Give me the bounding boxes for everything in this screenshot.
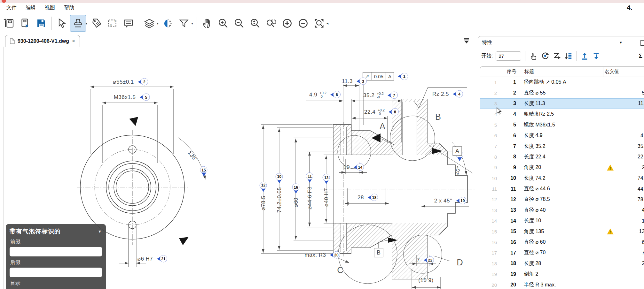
balloon-marker[interactable]: 19 bbox=[454, 197, 466, 204]
balloon-marker[interactable]: 7 bbox=[385, 92, 398, 99]
zoom-extents-button[interactable] bbox=[247, 15, 263, 32]
mirror-compare-icon bbox=[162, 18, 174, 29]
tag-button[interactable] bbox=[89, 15, 105, 32]
table-row[interactable]: 66长度 4.94.9 bbox=[480, 130, 644, 141]
new-document-button[interactable] bbox=[1, 15, 17, 32]
save-button[interactable] bbox=[33, 15, 49, 32]
table-row[interactable]: 1919倒角 22 bbox=[480, 269, 644, 279]
balloon-marker[interactable]: 14 bbox=[351, 164, 364, 171]
tab-close-button[interactable]: × bbox=[72, 38, 75, 44]
renumber-rotate-button[interactable] bbox=[541, 52, 549, 60]
table-row[interactable]: 44粗糙度Rz 2.5 bbox=[480, 109, 644, 119]
balloon-marker[interactable]: 12 bbox=[260, 182, 267, 194]
zoom-selection-icon bbox=[313, 18, 325, 29]
suffix-input[interactable] bbox=[10, 268, 102, 277]
zoom-in-button[interactable] bbox=[215, 15, 231, 32]
toolbar-separator bbox=[576, 51, 577, 61]
table-row[interactable]: 55螺纹 M36x1.5 bbox=[480, 120, 644, 130]
filter-button[interactable] bbox=[176, 15, 192, 32]
table-row[interactable]: 77长度 35.235.2 bbox=[480, 141, 644, 151]
nominal-column-header[interactable]: 名义值 bbox=[603, 67, 644, 77]
pan-hand-button[interactable] bbox=[199, 15, 215, 32]
balloon-marker[interactable]: 16 bbox=[292, 184, 300, 196]
balloon-marker[interactable]: 5 bbox=[137, 94, 150, 101]
table-row[interactable]: 1414长度 1010 bbox=[480, 216, 644, 226]
svg-text:A: A bbox=[110, 23, 112, 27]
balloon-marker[interactable]: 4 bbox=[451, 90, 463, 98]
select-cursor-button[interactable] bbox=[54, 15, 70, 32]
balloon-marker[interactable]: 1 bbox=[396, 73, 408, 80]
balloon-marker[interactable]: 6 bbox=[328, 91, 341, 98]
layers-button[interactable] bbox=[141, 15, 157, 32]
title-column-header[interactable]: 标题 bbox=[519, 67, 603, 77]
bubble-panel-collapse-caret[interactable]: ▼ bbox=[98, 229, 102, 234]
balloon-marker[interactable]: 8 bbox=[386, 108, 399, 116]
tab-list-button[interactable] bbox=[463, 37, 470, 44]
pick-pointer-button[interactable] bbox=[529, 52, 538, 60]
balloon-marker[interactable]: 18 bbox=[365, 194, 378, 201]
zoom-selection-button[interactable] bbox=[311, 15, 327, 32]
layers-dropdown-caret[interactable]: ▾ bbox=[157, 21, 159, 26]
balloon-marker[interactable]: 2 bbox=[136, 78, 148, 86]
zoom-window-button[interactable] bbox=[263, 15, 279, 32]
row-gutter-number: 20 bbox=[480, 282, 497, 288]
menu-help[interactable]: 帮助 bbox=[64, 4, 74, 11]
stamp-balloon-button[interactable] bbox=[70, 15, 86, 32]
comment-button[interactable] bbox=[121, 15, 137, 32]
prefix-input[interactable] bbox=[10, 247, 102, 256]
table-row[interactable]: 1212直径 ⌀ 78.578.5 bbox=[480, 194, 644, 205]
balloon-marker[interactable]: 20 bbox=[327, 251, 340, 259]
balloon-marker[interactable]: 11 bbox=[306, 172, 313, 185]
balloon-marker[interactable]: 21 bbox=[154, 255, 167, 262]
decrease-button[interactable] bbox=[295, 15, 311, 32]
balloon-marker[interactable]: 3 bbox=[354, 78, 367, 85]
increase-button[interactable] bbox=[279, 15, 295, 32]
row-gutter-number: 14 bbox=[480, 218, 497, 224]
panel-pin-icon[interactable] bbox=[640, 40, 644, 46]
move-to-top-button[interactable] bbox=[580, 52, 589, 60]
mirror-compare-button[interactable] bbox=[160, 15, 176, 32]
table-row[interactable]: 88长度 22.422.4 bbox=[480, 152, 644, 162]
drawing-annotation: C bbox=[337, 265, 343, 275]
table-row[interactable]: 33长度 11.311.3 bbox=[480, 98, 644, 109]
open-document-button[interactable] bbox=[17, 15, 33, 32]
table-row[interactable]: 2020半径 R 3 max. bbox=[480, 279, 644, 289]
balloon-marker[interactable]: 22 bbox=[421, 256, 434, 264]
table-row[interactable]: 1010长度 74.274.2 bbox=[480, 173, 644, 184]
row-gutter-number: 6 bbox=[480, 133, 497, 138]
panel-dropdown-caret[interactable]: ▼ bbox=[619, 41, 623, 44]
toolbar-collapse-caret[interactable]: ◂ bbox=[326, 21, 328, 26]
stamp-dropdown-caret[interactable]: ▾ bbox=[85, 21, 87, 26]
menu-view[interactable]: 视图 bbox=[45, 4, 55, 11]
start-number-input[interactable] bbox=[496, 51, 521, 61]
move-to-bottom-button[interactable] bbox=[592, 52, 601, 60]
table-row[interactable]: 99角度 20!20 bbox=[480, 162, 644, 173]
row-index: 14 bbox=[497, 218, 516, 224]
table-row[interactable]: 1717直径 ⌀ 7070 bbox=[480, 247, 644, 258]
toolbar-separator bbox=[197, 17, 197, 30]
filter-dropdown-caret[interactable]: ▾ bbox=[191, 21, 193, 26]
marquee-select-button[interactable]: 1 A bbox=[105, 15, 121, 32]
zoom-out-button[interactable] bbox=[231, 15, 247, 32]
stamp-balloon-icon bbox=[72, 18, 84, 29]
row-nominal-value: 44.6 bbox=[601, 186, 644, 192]
table-row[interactable]: 11径向跳动 ↗ 0.05 A bbox=[480, 77, 644, 87]
table-row[interactable]: 1818长度 2828 bbox=[480, 258, 644, 269]
window-close-dot[interactable] bbox=[2, 0, 6, 3]
sort-list-button[interactable] bbox=[564, 52, 572, 60]
zigzag-order-button[interactable] bbox=[552, 52, 561, 60]
menu-edit[interactable]: 编辑 bbox=[26, 4, 36, 11]
balloon-marker[interactable]: 15 bbox=[200, 166, 208, 179]
table-row[interactable]: 1515角度 135!135 bbox=[480, 226, 644, 237]
sum-sigma-button[interactable]: Σ bbox=[639, 52, 642, 59]
document-tab[interactable]: 930-1200-406-V1.dwg × bbox=[5, 35, 80, 47]
index-column-header[interactable]: 序号 bbox=[497, 67, 516, 77]
balloon-marker[interactable]: 10 bbox=[276, 173, 283, 186]
balloon-marker[interactable]: 13 bbox=[323, 174, 330, 186]
table-row[interactable]: 22直径 ⌀ 5555 bbox=[480, 87, 644, 98]
menu-file[interactable]: 文件 bbox=[6, 4, 17, 11]
table-row[interactable]: 1616直径 ⌀ 6060 bbox=[480, 237, 644, 247]
zoom-window-icon bbox=[265, 18, 277, 29]
table-row[interactable]: 1313直径 ⌀ 4040 bbox=[480, 205, 644, 216]
table-row[interactable]: 1111直径 ⌀ 44.644.6 bbox=[480, 184, 644, 194]
